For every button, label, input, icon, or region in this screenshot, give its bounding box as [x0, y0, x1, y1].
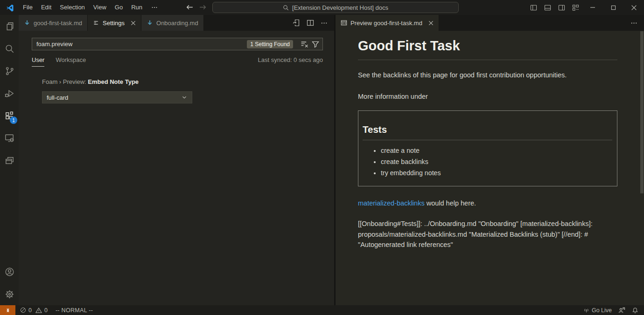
error-count: 0: [28, 307, 32, 314]
tab-label: Onboarding.md: [156, 20, 198, 27]
tab-settings[interactable]: Settings: [88, 15, 141, 31]
settings-search-value: foam.preview: [36, 41, 247, 48]
filter-settings-icon[interactable]: [312, 41, 319, 48]
title-bar: File Edit Selection View Go Run [Extensi…: [0, 0, 644, 15]
explorer-icon[interactable]: [0, 15, 19, 37]
editor-actions-left: [293, 15, 334, 31]
menu-file[interactable]: File: [19, 0, 37, 15]
toggle-secondary-sidebar-icon[interactable]: [554, 0, 568, 15]
clear-settings-search-icon[interactable]: [301, 40, 308, 48]
tab-bar-right: Preview good-first-task.md: [336, 15, 644, 31]
list-item: create backlinks: [381, 158, 612, 165]
menu-go[interactable]: Go: [111, 0, 127, 15]
menu-edit[interactable]: Edit: [37, 0, 56, 15]
split-editor-icon[interactable]: [307, 19, 314, 27]
last-synced-label: Last synced: 0 secs ago: [258, 56, 323, 63]
remote-indicator[interactable]: [0, 305, 15, 315]
source-control-icon[interactable]: [0, 60, 19, 82]
tab-label: good-first-task.md: [34, 20, 82, 27]
vim-mode-indicator[interactable]: -- NORMAL --: [56, 307, 93, 314]
command-center-title: [Extension Development Host] docs: [292, 4, 388, 11]
list-item: create a note: [381, 147, 612, 154]
go-live-label: Go Live: [592, 307, 612, 314]
menu-view[interactable]: View: [89, 0, 111, 15]
status-bar: 0 0 -- NORMAL -- Go Live: [0, 305, 644, 315]
settings-gear-icon[interactable]: [0, 283, 19, 305]
extensions-icon[interactable]: 1: [0, 104, 19, 127]
notifications-bell-icon[interactable]: [632, 307, 638, 314]
menu-overflow-ellipsis-icon[interactable]: [147, 0, 162, 15]
remote-explorer-icon[interactable]: [0, 127, 19, 149]
vscode-window: File Edit Selection View Go Run [Extensi…: [0, 0, 644, 315]
search-icon: [283, 5, 289, 11]
broadcast-icon: [583, 307, 589, 313]
backlink-tail-text: would help here.: [425, 199, 476, 207]
embed-note-type-dropdown[interactable]: full-card: [42, 91, 192, 103]
warnings-icon: [35, 307, 42, 314]
preview-scrollbar-thumb[interactable]: [640, 31, 644, 193]
tab-bar-left: good-first-task.md Settings Onboarding.: [19, 15, 334, 31]
go-live-button[interactable]: Go Live: [583, 307, 612, 314]
run-and-debug-icon[interactable]: [0, 82, 19, 104]
scope-tab-workspace[interactable]: Workspace: [56, 56, 86, 63]
materialized-backlinks-link[interactable]: materialized-backlinks: [358, 199, 425, 207]
markdown-preview-icon: [341, 20, 347, 26]
vscode-logo-icon: [6, 4, 14, 12]
minimize-button[interactable]: [582, 0, 603, 15]
list-item: try embedding notes: [381, 169, 612, 177]
navigate-forward-icon[interactable]: [199, 3, 207, 11]
toggle-panel-icon[interactable]: [540, 0, 554, 15]
settings-editor-icon: [93, 20, 99, 26]
editor-group-right: Preview good-first-task.md Good First Ta…: [336, 15, 644, 305]
navigate-back-icon[interactable]: [186, 3, 194, 11]
embedded-note-title: Tests: [363, 124, 612, 140]
embedded-note-card: Tests create a note create backlinks try…: [358, 110, 617, 186]
search-sidebar-icon[interactable]: [0, 37, 19, 60]
chevron-down-icon: [181, 94, 188, 101]
warning-count: 0: [44, 307, 48, 314]
accounts-icon[interactable]: [0, 260, 19, 283]
more-actions-ellipsis-icon[interactable]: [630, 20, 637, 27]
feedback-icon[interactable]: [618, 307, 625, 314]
window-controls: [526, 0, 644, 15]
close-tab-icon[interactable]: [131, 21, 136, 26]
toggle-primary-sidebar-icon[interactable]: [526, 0, 540, 15]
backlink-paragraph: materialized-backlinks would help here.: [358, 199, 617, 209]
settings-search-input[interactable]: foam.preview 1 Setting Found: [32, 38, 323, 50]
settings-editor: foam.preview 1 Setting Found User Worksp…: [19, 31, 334, 305]
embedded-note-list: create a note create backlinks try embed…: [363, 147, 612, 177]
tab-good-first-task[interactable]: good-first-task.md: [19, 15, 88, 31]
editor-actions-right: [630, 15, 644, 31]
status-bar-right: Go Live: [583, 307, 644, 314]
menu-selection[interactable]: Selection: [56, 0, 89, 15]
link-references-paragraph: [[Onboarding#Tests]]: ../Onboarding.md "…: [358, 219, 617, 250]
scope-tab-user[interactable]: User: [32, 56, 44, 63]
markdown-file-icon: [24, 20, 30, 26]
tab-label: Settings: [103, 20, 125, 27]
tab-onboarding[interactable]: Onboarding.md: [141, 15, 204, 31]
workbench: 1 good-first-task: [0, 15, 644, 305]
editor-windows-icon[interactable]: [0, 149, 19, 171]
setting-category: Foam › Preview:: [42, 78, 88, 85]
markdown-file-icon: [147, 20, 153, 26]
tab-label: Preview good-first-task.md: [350, 20, 422, 27]
close-window-button[interactable]: [623, 0, 644, 15]
tab-preview-good-first-task[interactable]: Preview good-first-task.md: [336, 15, 439, 31]
dropdown-selected-value: full-card: [47, 94, 68, 101]
close-tab-icon[interactable]: [428, 21, 434, 26]
activity-bar-spacer: [0, 171, 19, 260]
settings-scope-row: User Workspace Last synced: 0 secs ago: [32, 56, 323, 63]
command-center-search[interactable]: [Extension Development Host] docs: [212, 2, 459, 13]
markdown-preview-pane: Good First Task See the backlinks of thi…: [336, 31, 644, 305]
menu-run[interactable]: Run: [127, 0, 147, 15]
open-settings-json-icon[interactable]: [293, 19, 300, 27]
problems-status[interactable]: 0 0: [20, 307, 49, 314]
editor-group-left: good-first-task.md Settings Onboarding.: [19, 15, 334, 305]
setting-name: Embed Note Type: [88, 78, 139, 85]
errors-icon: [20, 307, 26, 313]
setting-title: Foam › Preview: Embed Note Type: [42, 78, 323, 85]
more-actions-ellipsis-icon[interactable]: [321, 20, 328, 27]
customize-layout-icon[interactable]: [568, 0, 582, 15]
setting-item-embed-note-type: Foam › Preview: Embed Note Type full-car…: [42, 78, 323, 103]
maximize-button[interactable]: [603, 0, 623, 15]
